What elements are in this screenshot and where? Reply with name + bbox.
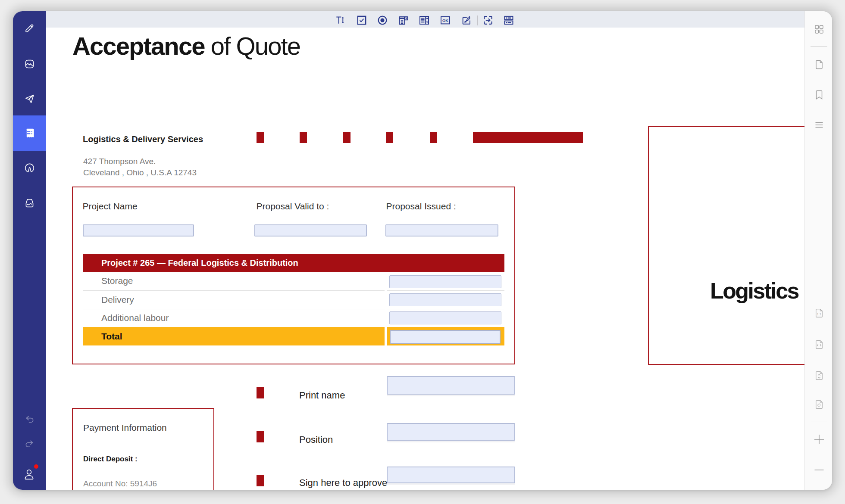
svg-text:1:1: 1:1 [817, 312, 821, 316]
svg-text:OK: OK [442, 18, 448, 23]
